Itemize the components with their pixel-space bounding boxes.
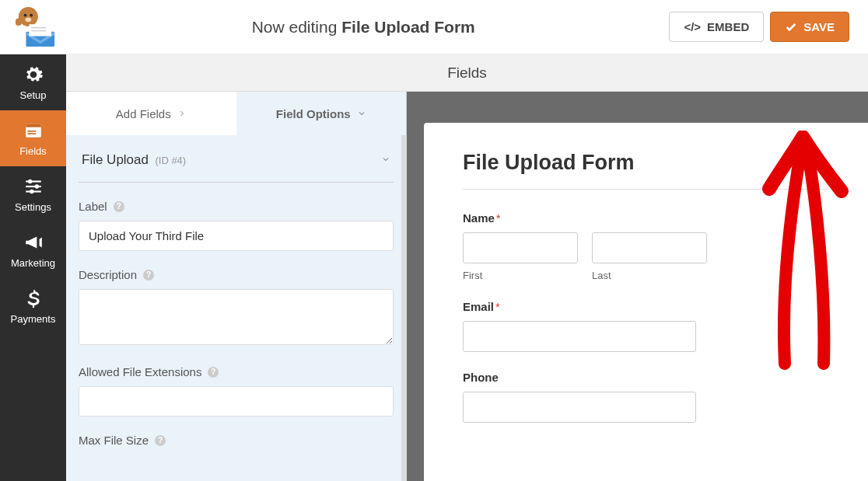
svg-rect-6 <box>31 27 46 28</box>
nav-marketing[interactable]: Marketing <box>0 222 66 278</box>
form-icon <box>23 120 44 141</box>
wpforms-logo <box>6 5 64 50</box>
last-name-input[interactable] <box>592 232 707 263</box>
code-icon: </> <box>684 20 701 33</box>
svg-point-3 <box>25 17 31 22</box>
bullhorn-icon <box>23 232 44 253</box>
chevron-right-icon <box>177 109 187 118</box>
topbar: Now editing File Upload Form </>EMBED SA… <box>0 0 868 54</box>
svg-rect-11 <box>27 131 36 132</box>
nav-fields[interactable]: Fields <box>0 110 66 166</box>
option-label-label: Label? <box>79 200 394 213</box>
email-input[interactable] <box>463 321 696 352</box>
save-button[interactable]: SAVE <box>770 12 849 42</box>
svg-point-18 <box>30 189 33 193</box>
svg-rect-8 <box>16 18 22 26</box>
field-type-label: File Upload <box>82 152 149 167</box>
name-field-label: Name* <box>463 211 829 225</box>
phone-input[interactable] <box>463 392 696 423</box>
phone-field-label: Phone <box>463 371 829 384</box>
last-sublabel: Last <box>592 270 707 281</box>
preview-form-title: File Upload Form <box>463 151 829 175</box>
tab-add-fields[interactable]: Add Fields <box>66 92 236 135</box>
field-id: (ID #4) <box>155 155 186 166</box>
option-max-size-label: Max File Size? <box>79 434 394 447</box>
form-canvas[interactable]: File Upload Form Name* First Last Email* <box>424 123 868 481</box>
embed-button[interactable]: </>EMBED <box>669 12 764 42</box>
field-label-input[interactable] <box>79 221 394 251</box>
chevron-down-icon <box>381 155 390 164</box>
help-icon[interactable]: ? <box>143 270 154 281</box>
help-icon[interactable]: ? <box>208 367 219 378</box>
svg-point-2 <box>30 13 33 16</box>
form-name: File Upload Form <box>341 18 475 36</box>
help-icon[interactable]: ? <box>114 201 124 212</box>
svg-point-1 <box>24 13 27 16</box>
nav-payments[interactable]: Payments <box>0 278 66 334</box>
editing-prefix: Now editing <box>252 18 342 36</box>
side-nav: Setup Fields Settings Marketing Payments <box>0 54 66 481</box>
gear-icon <box>23 64 44 85</box>
form-preview: File Upload Form Name* First Last Email* <box>407 92 868 481</box>
email-field-label: Email* <box>463 300 829 313</box>
option-description-label: Description? <box>79 268 394 281</box>
nav-settings[interactable]: Settings <box>0 166 66 222</box>
svg-rect-7 <box>31 30 46 30</box>
svg-point-0 <box>19 6 38 26</box>
option-allowed-ext-label: Allowed File Extensions? <box>79 365 394 378</box>
svg-point-17 <box>34 184 38 188</box>
svg-rect-10 <box>26 124 41 127</box>
svg-rect-12 <box>27 133 36 134</box>
check-icon <box>785 21 797 33</box>
nav-setup[interactable]: Setup <box>0 54 66 110</box>
tab-field-options[interactable]: Field Options <box>236 92 407 135</box>
svg-point-16 <box>27 179 31 183</box>
sliders-icon <box>23 176 44 197</box>
first-sublabel: First <box>463 270 578 281</box>
first-name-input[interactable] <box>463 232 578 263</box>
dollar-icon <box>23 288 44 308</box>
chevron-down-icon <box>357 109 366 118</box>
allowed-extensions-input[interactable] <box>79 386 394 417</box>
divider <box>463 189 829 190</box>
help-icon[interactable]: ? <box>155 435 166 446</box>
field-description-input[interactable] <box>79 289 394 345</box>
editing-title: Now editing File Upload Form <box>64 18 663 37</box>
section-header: Fields <box>66 54 868 92</box>
field-options-panel: Add Fields Field Options File Upload (ID… <box>66 92 407 481</box>
field-header-toggle[interactable]: File Upload (ID #4) <box>79 135 394 183</box>
